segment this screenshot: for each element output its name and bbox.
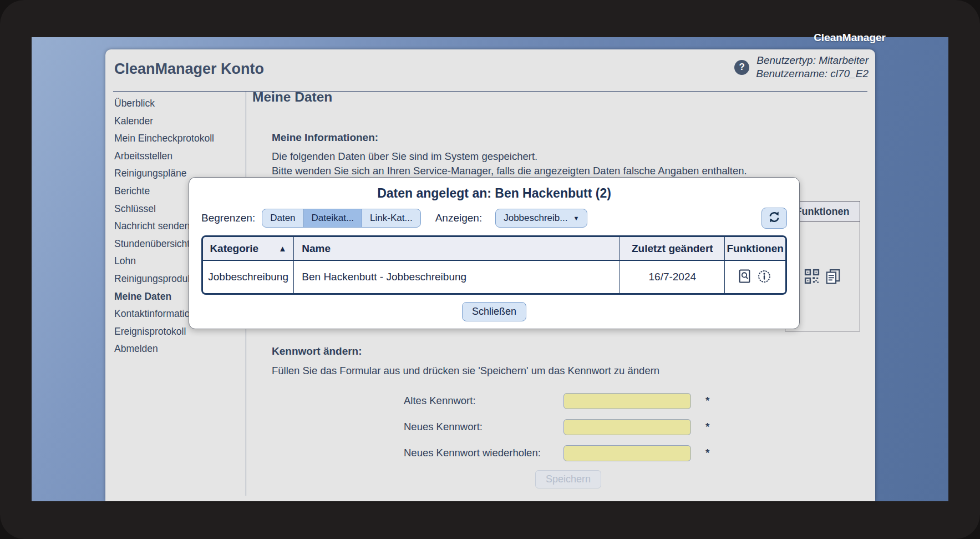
kategorie-cell: Jobbeschreibung bbox=[203, 260, 294, 293]
info-button[interactable] bbox=[757, 269, 771, 285]
date-cell: 16/7-2024 bbox=[620, 260, 725, 293]
copy-icon[interactable] bbox=[825, 268, 841, 285]
preview-icon bbox=[739, 269, 750, 285]
column-header-kategorie[interactable]: Kategorie ▲ bbox=[203, 237, 294, 260]
sidebar-item-ueberblick[interactable]: Überblick bbox=[114, 95, 253, 113]
tab-dateikategorien[interactable]: Dateikat... bbox=[303, 209, 363, 228]
filter-tab-group: Daten Dateikat... Link-Kat... bbox=[262, 209, 420, 228]
table-row: Jobbeschreibung Ben Hackenbutt - Jobbesc… bbox=[203, 260, 785, 293]
modal-data-table: Kategorie ▲ Name Zuletzt geändert Funkti… bbox=[201, 235, 787, 295]
chevron-down-icon: ▼ bbox=[573, 215, 579, 221]
sidebar-item-eincheckprotokoll[interactable]: Mein Eincheckprotokoll bbox=[114, 130, 253, 148]
name-cell: Ben Hackenbutt - Jobbeschreibung bbox=[294, 260, 620, 293]
sort-asc-icon: ▲ bbox=[278, 244, 287, 253]
close-button[interactable]: Schließen bbox=[462, 302, 526, 321]
required-asterisk: * bbox=[705, 395, 709, 407]
user-info-block: ? Benutzertyp: Mitarbeiter Benutzername:… bbox=[734, 54, 869, 80]
info-section-title: Meine Informationen: bbox=[272, 132, 378, 144]
info-icon bbox=[757, 269, 771, 285]
password-instruction: Füllen Sie das Formular aus und drücken … bbox=[272, 365, 659, 377]
sidebar-item-kalender[interactable]: Kalender bbox=[114, 113, 253, 130]
info-line-1: Die folgenden Daten über Sie sind im Sys… bbox=[272, 150, 537, 163]
refresh-button[interactable] bbox=[761, 208, 787, 229]
show-dropdown[interactable]: Jobbeschreib... ▼ bbox=[495, 209, 587, 228]
modal-toolbar: Begrenzen: Daten Dateikat... Link-Kat...… bbox=[201, 208, 787, 229]
column-header-name[interactable]: Name bbox=[294, 237, 620, 260]
funktionen-cell bbox=[725, 260, 785, 293]
sidebar-item-arbeitsstellen[interactable]: Arbeitsstellen bbox=[114, 148, 253, 165]
old-password-input[interactable] bbox=[563, 393, 691, 409]
user-name-label: Benutzername: cl70_E2 bbox=[756, 67, 869, 80]
sidebar-item-abmelden[interactable]: Abmelden bbox=[114, 340, 253, 358]
tab-link-kategorien[interactable]: Link-Kat... bbox=[362, 209, 421, 228]
refresh-icon bbox=[768, 210, 781, 226]
required-asterisk: * bbox=[705, 447, 709, 459]
limit-label: Begrenzen: bbox=[201, 212, 255, 224]
old-password-label: Altes Kennwort: bbox=[404, 395, 563, 407]
required-asterisk: * bbox=[705, 421, 709, 433]
content-heading: Meine Daten bbox=[252, 89, 332, 105]
device-bezel: CleanManager CleanManager Konto ? Benutz… bbox=[0, 0, 980, 539]
save-button[interactable]: Speichern bbox=[535, 470, 601, 488]
info-line-2: Bitte wenden Sie sich an Ihren Service-M… bbox=[272, 165, 747, 177]
password-section-title: Kennwort ändern: bbox=[272, 345, 362, 357]
page-title: CleanManager Konto bbox=[114, 61, 264, 78]
modal-title: Daten angelegt an: Ben Hackenbutt (2) bbox=[189, 186, 799, 201]
data-modal: Daten angelegt an: Ben Hackenbutt (2) Be… bbox=[189, 177, 800, 329]
repeat-password-label: Neues Kennwort wiederholen: bbox=[404, 447, 563, 459]
new-password-input[interactable] bbox=[563, 419, 691, 435]
qr-code-icon[interactable] bbox=[804, 268, 820, 285]
tab-daten[interactable]: Daten bbox=[262, 209, 303, 228]
user-type-label: Benutzertyp: Mitarbeiter bbox=[756, 54, 869, 67]
repeat-password-input[interactable] bbox=[563, 445, 691, 461]
help-icon[interactable]: ? bbox=[734, 60, 749, 75]
brand-watermark: CleanManager bbox=[814, 32, 886, 44]
preview-button[interactable] bbox=[739, 269, 750, 285]
column-header-funktionen[interactable]: Funktionen bbox=[725, 237, 785, 260]
column-header-zuletzt-geaendert[interactable]: Zuletzt geändert bbox=[620, 237, 725, 260]
show-label: Anzeigen: bbox=[435, 212, 483, 224]
header-divider bbox=[113, 91, 867, 92]
new-password-label: Neues Kennwort: bbox=[404, 421, 563, 433]
show-dropdown-value: Jobbeschreib... bbox=[504, 213, 567, 224]
